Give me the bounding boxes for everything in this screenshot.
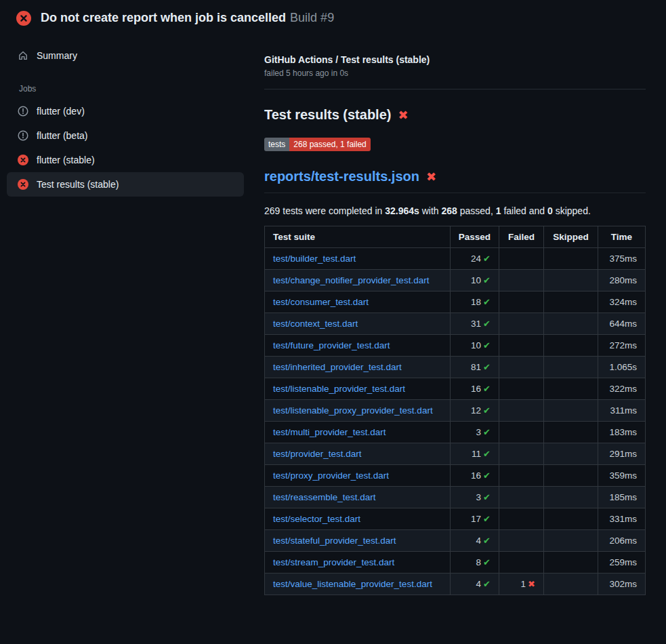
check-icon: ✔ [483,427,491,437]
table-row: test/listenable_provider_test.dart16✔322… [265,378,646,400]
check-icon: ✔ [483,297,491,307]
sidebar-jobs-list: flutter (dev)flutter (beta)flutter (stab… [7,99,244,197]
report-file-link[interactable]: reports/test-results.json [264,169,419,184]
passed-count: 3 [476,427,482,437]
skipped-total: 0 [547,205,553,216]
passed-count: 10 [471,275,481,285]
test-suite-link[interactable]: test/multi_provider_test.dart [273,427,386,437]
table-row: test/selector_test.dart17✔331ms [265,508,646,530]
passed-count: 3 [476,492,482,502]
x-icon: ✖ [528,579,535,589]
time-cell: 322ms [598,378,646,400]
test-suite-link[interactable]: test/proxy_provider_test.dart [273,470,389,481]
test-suite-link[interactable]: test/provider_test.dart [273,449,362,459]
jobs-section-label: Jobs [19,84,244,94]
report-heading: reports/test-results.json ✖ [264,169,646,193]
test-results-table: Test suite Passed Failed Skipped Time te… [264,226,646,595]
col-test-suite: Test suite [265,226,451,248]
badge-value: 268 passed, 1 failed [289,138,370,151]
check-icon: ✔ [483,254,491,264]
job-label: flutter (beta) [37,130,87,141]
time-cell: 324ms [598,291,646,313]
table-row: test/reassemble_test.dart3✔185ms [265,487,646,508]
time-cell: 302ms [598,573,646,595]
cancelled-status-icon [18,106,28,117]
sidebar-job-item[interactable]: Test results (stable) [7,172,244,197]
time-cell: 375ms [598,248,646,270]
failed-status-icon [16,11,31,26]
table-row: test/value_listenable_provider_test.dart… [265,573,646,595]
time-cell: 259ms [598,552,646,573]
x-icon: ✖ [398,109,408,121]
table-row: test/listenable_proxy_provider_test.dart… [265,400,646,422]
badge-label: tests [264,138,289,151]
github-checks-page: Do not create report when job is cancell… [0,0,666,595]
cancelled-status-icon [18,130,28,141]
table-row: test/context_test.dart31✔644ms [265,313,646,335]
failed-status-icon [18,179,28,190]
failed-count: 1 [521,579,526,589]
col-skipped: Skipped [544,226,598,248]
test-suite-link[interactable]: test/builder_test.dart [273,254,356,264]
passed-count: 16 [471,470,481,481]
table-row: test/provider_test.dart11✔291ms [265,443,646,465]
summary-sentence: 269 tests were completed in 32.964s with… [264,205,646,216]
time-cell: 1.065s [598,357,646,378]
passed-count: 24 [471,254,481,264]
time-cell: 359ms [598,465,646,487]
test-suite-link[interactable]: test/listenable_proxy_provider_test.dart [273,405,433,416]
passed-count: 4 [476,579,482,589]
section-title: Test results (stable) [264,107,391,123]
sidebar-job-item[interactable]: flutter (stable) [7,148,244,172]
check-icon: ✔ [483,557,491,567]
passed-count: 11 [472,449,481,459]
job-label: Test results (stable) [37,179,119,190]
job-label: flutter (stable) [37,155,95,165]
passed-count: 16 [471,384,481,394]
test-suite-link[interactable]: test/listenable_provider_test.dart [273,384,405,394]
check-icon: ✔ [483,405,491,416]
passed-count: 31 [471,319,481,329]
test-suite-link[interactable]: test/stream_provider_test.dart [273,557,394,567]
table-row: test/inherited_provider_test.dart81✔1.06… [265,357,646,378]
test-suite-link[interactable]: test/context_test.dart [273,319,358,329]
failed-status-icon [18,155,28,165]
time-cell: 331ms [598,508,646,530]
test-suite-link[interactable]: test/future_provider_test.dart [273,340,390,350]
passed-count: 12 [471,405,481,416]
check-icon: ✔ [483,275,491,285]
run-status-line: failed 5 hours ago in 0s [264,68,646,78]
test-suite-link[interactable]: test/change_notifier_provider_test.dart [273,275,429,285]
check-icon: ✔ [483,470,491,481]
passed-count: 10 [471,340,481,350]
time-cell: 280ms [598,270,646,291]
check-icon: ✔ [483,319,491,329]
passed-count: 8 [476,557,482,567]
test-suite-link[interactable]: test/selector_test.dart [273,514,360,524]
sidebar-job-item[interactable]: flutter (beta) [7,123,244,148]
check-icon: ✔ [483,362,491,372]
table-row: test/stream_provider_test.dart8✔259ms [265,552,646,573]
build-number: Build #9 [290,11,334,24]
test-suite-link[interactable]: test/inherited_provider_test.dart [273,362,402,372]
passed-count: 17 [471,514,481,524]
passed-total: 268 [442,205,457,216]
test-suite-link[interactable]: test/stateful_provider_test.dart [273,536,396,546]
check-icon: ✔ [483,536,491,546]
check-icon: ✔ [483,384,491,394]
results-table-body: test/builder_test.dart24✔375mstest/chang… [265,248,646,595]
sidebar-job-item[interactable]: flutter (dev) [7,99,244,123]
home-icon [18,50,28,61]
sidebar-item-summary[interactable]: Summary [7,43,244,68]
table-row: test/proxy_provider_test.dart16✔359ms [265,465,646,487]
failed-total: 1 [496,205,501,216]
test-suite-link[interactable]: test/consumer_test.dart [273,297,369,307]
test-suite-link[interactable]: test/value_listenable_provider_test.dart [273,579,432,589]
time-cell: 206ms [598,530,646,552]
time-cell: 185ms [598,487,646,508]
test-suite-link[interactable]: test/reassemble_test.dart [273,492,376,502]
time-cell: 183ms [598,422,646,443]
passed-count: 81 [471,362,481,372]
sidebar: Summary Jobs flutter (dev)flutter (beta)… [0,34,251,197]
check-title: Do not create report when job is cancell… [41,11,286,24]
